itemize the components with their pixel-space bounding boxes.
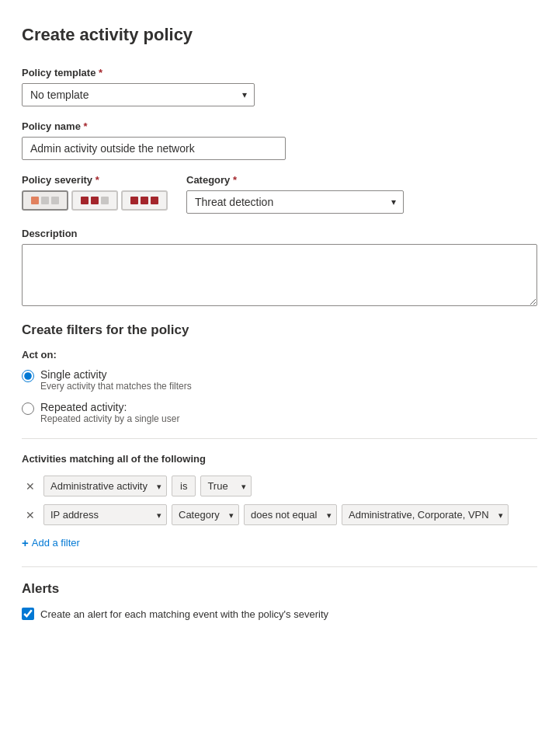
filter1-field-select[interactable]: Administrative activity IP address User [43,476,167,496]
divider-2 [22,566,537,567]
filter2-value-select[interactable]: Administrative, Corporate, VPN Corporate… [342,504,509,525]
activities-matching-section: Activities matching all of the following… [22,453,537,552]
severity-medium-button[interactable] [71,190,118,211]
filter2-operator-select[interactable]: does not equal equals contains [244,504,337,525]
severity-dot-6 [101,197,109,204]
severity-dot-3 [51,197,59,204]
filter2-field1-select[interactable]: IP address Administrative activity User [43,504,167,525]
filter2-value-wrapper: Administrative, Corporate, VPN Corporate… [342,504,509,525]
filters-section: Create filters for the policy Act on: Si… [22,322,537,424]
filter1-operator: is [172,476,196,496]
policy-name-input[interactable] [22,137,286,160]
severity-dot-2 [41,197,49,204]
filter-row-2: ✕ IP address Administrative activity Use… [22,504,537,525]
act-on-label: Act on: [22,349,537,361]
severity-category-row: Policy severity Category [22,174,537,214]
severity-dot-7 [130,197,138,204]
severity-low-button[interactable] [22,190,68,211]
filter2-field2-select[interactable]: Category Type Country [172,504,239,525]
policy-template-select-wrapper: No template Template 1 Template 2 [22,83,255,106]
add-filter-plus-icon: + [22,536,29,549]
filter1-value-select[interactable]: True False [200,476,252,496]
filter1-field-wrapper: Administrative activity IP address User [43,476,167,496]
single-activity-radio[interactable] [22,370,34,382]
filter1-value-wrapper: True False [200,476,252,496]
severity-high-button[interactable] [121,190,168,211]
repeated-activity-desc: Repeated activity by a single user [40,413,179,424]
add-filter-label: Add a filter [32,537,80,549]
filter2-field2-wrapper: Category Type Country [172,504,239,525]
policy-template-select[interactable]: No template Template 1 Template 2 [22,83,255,106]
alert-checkbox-label: Create an alert for each matching event … [40,608,328,620]
category-label: Category [186,174,537,186]
alerts-title: Alerts [22,581,537,597]
filter2-field1-wrapper: IP address Administrative activity User [43,504,167,525]
repeated-activity-option[interactable]: Repeated activity: Repeated activity by … [22,401,537,424]
severity-dot-1 [31,197,39,204]
activities-matching-title: Activities matching all of the following [22,453,537,465]
severity-dot-5 [91,197,99,204]
severity-dot-4 [81,197,89,204]
severity-buttons [22,190,168,211]
severity-dot-8 [141,197,148,204]
filters-section-title: Create filters for the policy [22,322,537,338]
severity-label: Policy severity [22,174,168,186]
description-group: Description [22,228,537,308]
policy-template-label: Policy template [22,67,537,78]
repeated-activity-text: Repeated activity: Repeated activity by … [40,401,179,424]
single-activity-option[interactable]: Single activity Every activity that matc… [22,368,537,392]
description-textarea[interactable] [22,244,537,306]
repeated-activity-radio[interactable] [22,402,34,415]
single-activity-text: Single activity Every activity that matc… [40,368,192,392]
severity-group: Policy severity [22,174,168,211]
description-label: Description [22,228,537,239]
alert-checkbox-row: Create an alert for each matching event … [22,608,537,620]
single-activity-desc: Every activity that matches the filters [40,381,192,392]
remove-filter-2-button[interactable]: ✕ [22,507,39,524]
page-title: Create activity policy [22,25,537,45]
category-group: Category Threat detection Access control… [186,174,537,214]
remove-filter-1-button[interactable]: ✕ [22,478,39,495]
alerts-section: Alerts Create an alert for each matching… [22,581,537,620]
policy-template-group: Policy template No template Template 1 T… [22,67,537,106]
filter2-operator-wrapper: does not equal equals contains [244,504,337,525]
repeated-activity-title: Repeated activity: [40,401,179,413]
policy-name-label: Policy name [22,120,537,132]
severity-dot-9 [151,197,158,204]
category-select[interactable]: Threat detection Access control Data los… [186,190,404,214]
divider-1 [22,438,537,439]
filter-row-1: ✕ Administrative activity IP address Use… [22,476,537,496]
policy-name-group: Policy name [22,120,537,160]
add-filter-button[interactable]: + Add a filter [22,533,80,552]
single-activity-title: Single activity [40,368,192,381]
category-select-wrapper: Threat detection Access control Data los… [186,190,404,214]
alert-checkbox[interactable] [22,608,34,620]
